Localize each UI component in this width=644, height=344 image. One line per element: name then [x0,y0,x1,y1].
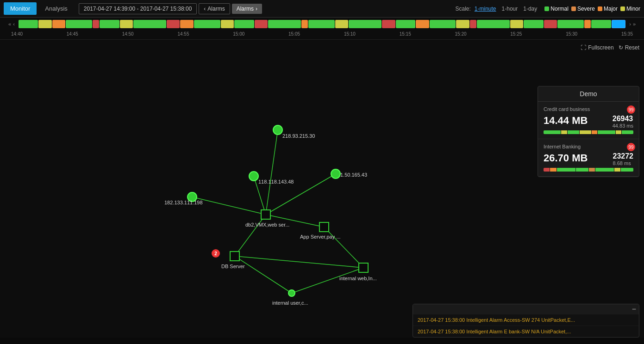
tblock[interactable] [255,20,268,28]
tblock[interactable] [301,20,308,28]
node-db2-label: db2,VMX,web ser... [245,222,289,227]
legend-normal: Normal [544,6,569,12]
bar-seg [614,168,620,172]
node-appserver[interactable] [319,222,329,232]
major-dot [598,6,602,11]
tblock[interactable] [308,20,335,28]
tl-label: 15:15 [400,31,411,37]
metric-ms-creditcard: 44.83 ms [613,123,633,129]
node-218[interactable] [273,125,282,135]
metric-ms-banking: 8.68 ms [613,160,634,166]
alarm-log-row[interactable]: 2017-04-27 15:38:00 Intelligent Alarm Ac… [413,314,639,326]
tblock[interactable] [52,20,65,28]
tblock[interactable] [268,20,301,28]
tblock[interactable] [544,20,557,28]
tl-label: 15:05 [288,31,300,37]
tblock[interactable] [180,20,193,28]
fullscreen-button[interactable]: ⛶ Fullscreen [581,44,613,51]
tab-monitor[interactable]: Monitor [4,2,37,15]
alarms-nav-right[interactable]: Alarms › [232,4,262,14]
node-interuser-label: internal user,c... [272,300,308,306]
bar-seg [544,168,550,172]
timeline[interactable]: « ‹ [0,18,644,40]
scale-1day-button[interactable]: 1-day [523,6,537,12]
metrics-row-banking: 26.70 MB 23272 8.68 ms [544,152,633,166]
alarm-minimize-icon[interactable]: − [632,305,636,313]
tblock[interactable] [416,20,429,28]
node-interuser[interactable] [288,290,295,296]
chevron-right-icon: › [256,6,257,12]
tl-label: 15:10 [344,31,356,37]
node-118[interactable] [249,172,258,181]
tblock[interactable] [100,20,119,28]
alarm-log-row[interactable]: 2017-04-27 15:38:00 Intelligent Alarm E … [413,326,639,337]
tl-label: 14:40 [11,31,23,37]
bar-seg [595,168,614,172]
timeline-nav-right[interactable]: » [633,21,636,27]
bar-seg [622,130,633,134]
timeline-labels: 14:40 14:45 14:50 14:55 15:00 15:05 15:1… [0,31,644,37]
metric-side-creditcard: 26943 44.83 ms [613,115,633,129]
tblock[interactable] [396,20,416,28]
tblock[interactable] [93,20,99,28]
tblock[interactable] [524,20,544,28]
tblock[interactable] [477,20,510,28]
section-label-creditcard: Credit card business [544,106,633,112]
tab-analysis[interactable]: Analysis [38,2,74,15]
tblock[interactable] [133,20,166,28]
tl-label: 15:20 [455,31,467,37]
tblock[interactable] [66,20,92,28]
edge [324,227,363,268]
metric-side-banking: 23272 8.68 ms [613,152,634,166]
tblock[interactable] [234,20,254,28]
reset-button[interactable]: ↻ Reset [619,44,639,51]
timeline-nav-left[interactable]: « [8,21,11,27]
alarms-left-label: Alarms [207,6,225,12]
tblock[interactable] [349,20,381,28]
tblock[interactable] [430,20,456,28]
tblock[interactable] [382,20,395,28]
network-graph[interactable]: 218.93.215.30 118.118.143.48 1.50.165.43… [0,40,491,338]
node-dbserver[interactable] [230,252,239,261]
node-db2[interactable] [261,210,270,219]
tl-label: 15:25 [510,31,522,37]
top-controls: ⛶ Fullscreen ↻ Reset [581,44,639,51]
timeline-step-right[interactable]: › [629,21,631,27]
alarms-nav-left[interactable]: ‹ Alarms [199,3,230,14]
tblock[interactable] [221,20,234,28]
scale-1hour-button[interactable]: 1-hour [502,6,518,12]
bar-seg [598,130,615,134]
timeline-step-left[interactable]: ‹ [13,21,15,27]
main-area: ⛶ Fullscreen ↻ Reset 218.93.215.30 118.1… [0,40,644,338]
legend-severe: Severe [571,6,595,12]
tblock[interactable] [557,20,584,28]
minor-label: Minor [626,6,640,12]
chevron-left-icon: ‹ [204,6,206,12]
tblock[interactable] [19,20,38,28]
metric-mb-banking: 26.70 MB [544,152,588,164]
tblock[interactable] [510,20,523,28]
node-dbserver-badge-text: 2 [214,251,217,256]
panel-title: Demo [538,86,639,102]
node-118-label: 118.118.143.48 [258,179,294,184]
bar-seg [576,168,588,172]
tblock[interactable] [38,20,51,28]
tblock[interactable] [456,20,469,28]
tblock[interactable] [591,20,611,28]
bar-seg [568,130,579,134]
tblock[interactable] [194,20,220,28]
node-150[interactable] [331,169,340,178]
normal-label: Normal [550,6,569,12]
node-interweb[interactable] [359,263,368,272]
section-badge-banking: 99 [627,143,635,151]
tblock-current[interactable] [612,20,625,28]
edge [235,215,266,256]
metric-count-banking: 23272 [613,152,634,160]
tblock[interactable] [470,20,476,28]
tblock[interactable] [584,20,591,28]
metrics-row-creditcard: 14.44 MB 26943 44.83 ms [544,115,633,129]
tblock[interactable] [120,20,133,28]
tblock[interactable] [167,20,180,28]
tblock[interactable] [335,20,348,28]
scale-1min-button[interactable]: 1-minute [475,6,496,12]
